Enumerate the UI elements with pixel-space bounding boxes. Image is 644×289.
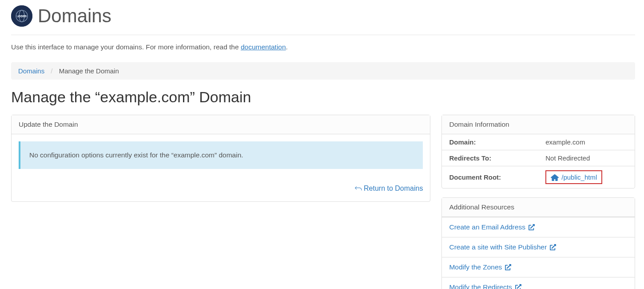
create-email-link[interactable]: Create an Email Address <box>449 223 534 231</box>
domains-icon: .com <box>11 5 32 27</box>
breadcrumb-root-link[interactable]: Domains <box>18 67 44 75</box>
resource-label: Modify the Zones <box>449 263 502 271</box>
modify-redirects-link[interactable]: Modify the Redirects <box>449 283 521 289</box>
external-link-icon <box>550 244 556 250</box>
table-row: Domain: example.com <box>442 134 635 150</box>
intro-prefix: Use this interface to manage your domain… <box>11 43 241 51</box>
table-row: Redirects To: Not Redirected <box>442 150 635 166</box>
intro-suffix: . <box>286 43 288 51</box>
info-value-redirects: Not Redirected <box>538 150 635 166</box>
intro-text: Use this interface to manage your domain… <box>11 43 635 51</box>
return-arrow-icon <box>355 185 362 192</box>
info-label-domain: Domain: <box>442 134 538 150</box>
modify-zones-link[interactable]: Modify the Zones <box>449 263 511 271</box>
return-label: Return to Domains <box>362 185 423 192</box>
external-link-icon <box>505 264 511 270</box>
breadcrumb-current: Manage the Domain <box>59 67 119 75</box>
resource-label: Modify the Redirects <box>449 283 512 289</box>
resource-label: Create an Email Address <box>449 223 525 231</box>
no-config-alert: No configuration options currently exist… <box>19 141 423 169</box>
return-to-domains-link[interactable]: Return to Domains <box>355 185 423 192</box>
breadcrumb: Domains / Manage the Domain <box>11 62 635 80</box>
list-item: Create a site with Site Publisher <box>442 237 635 257</box>
info-label-docroot: Document Root: <box>442 166 538 189</box>
external-link-icon <box>529 224 535 230</box>
list-item: Modify the Redirects <box>442 277 635 289</box>
list-item: Create an Email Address <box>442 217 635 237</box>
external-link-icon <box>515 284 521 289</box>
site-publisher-link[interactable]: Create a site with Site Publisher <box>449 243 556 251</box>
additional-resources-panel: Additional Resources Create an Email Add… <box>441 197 635 289</box>
section-title: Manage the “example.com” Domain <box>11 88 635 106</box>
domain-info-heading: Domain Information <box>442 115 635 134</box>
home-icon <box>551 174 559 181</box>
update-domain-panel: Update the Domain No configuration optio… <box>11 115 430 202</box>
page-title: Domains <box>38 5 111 27</box>
docroot-path: /public_html <box>561 173 597 181</box>
domain-info-panel: Domain Information Domain: example.com R… <box>441 115 635 189</box>
breadcrumb-separator: / <box>51 67 52 75</box>
update-domain-heading: Update the Domain <box>12 115 430 134</box>
document-root-link[interactable]: /public_html <box>545 170 602 184</box>
resource-label: Create a site with Site Publisher <box>449 243 547 251</box>
documentation-link[interactable]: documentation <box>241 43 286 51</box>
svg-text:.com: .com <box>17 14 26 18</box>
table-row: Document Root: /public_html <box>442 166 635 189</box>
info-value-domain: example.com <box>538 134 635 150</box>
additional-resources-heading: Additional Resources <box>442 198 635 217</box>
page-header: .com Domains <box>11 0 635 35</box>
domain-info-table: Domain: example.com Redirects To: Not Re… <box>442 134 635 188</box>
list-item: Modify the Zones <box>442 257 635 277</box>
info-label-redirects: Redirects To: <box>442 150 538 166</box>
